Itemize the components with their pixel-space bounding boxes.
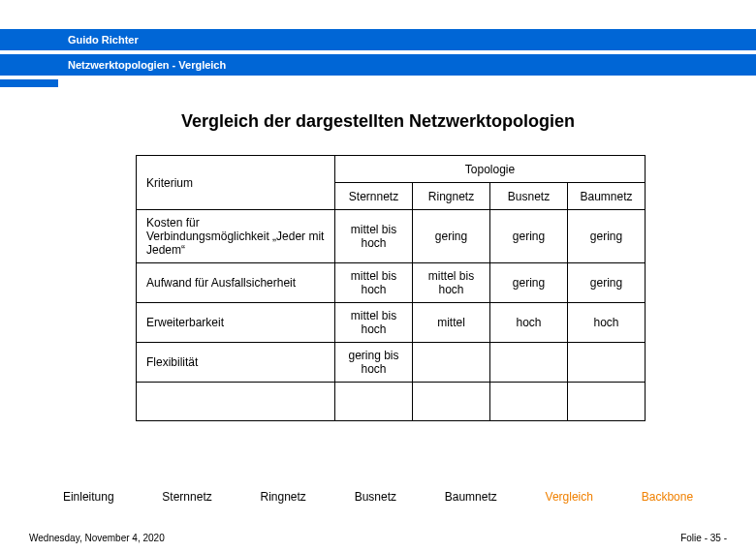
- nav-backbone[interactable]: Backbone: [642, 490, 693, 504]
- nav-einleitung[interactable]: Einleitung: [63, 490, 114, 504]
- header-band-accent: [0, 79, 58, 87]
- nav-baumnetz[interactable]: Baumnetz: [445, 490, 497, 504]
- cell: gering: [568, 263, 646, 303]
- cell: [490, 383, 568, 421]
- topology-header: Topologie: [335, 156, 646, 183]
- cell: gering: [490, 263, 568, 303]
- nav-bar: Einleitung Sternnetz Ringnetz Busnetz Ba…: [0, 490, 756, 504]
- cell: mittel bis hoch: [335, 210, 413, 263]
- table-row: Aufwand für Ausfallsicherheit mittel bis…: [137, 263, 646, 303]
- cell: [413, 343, 490, 383]
- row-label: Erweiterbarkeit: [137, 303, 335, 343]
- row-label: [137, 383, 335, 421]
- cell: [568, 343, 646, 383]
- table-row: Erweiterbarkeit mittel bis hoch mittel h…: [137, 303, 646, 343]
- nav-ringnetz[interactable]: Ringnetz: [261, 490, 306, 504]
- table-header-row: Kriterium Topologie: [137, 156, 646, 183]
- row-label: Flexibilität: [137, 343, 335, 383]
- table-row: Flexibilität gering bis hoch: [137, 343, 646, 383]
- cell: gering bis hoch: [335, 343, 413, 383]
- footer-date: Wednesday, November 4, 2020: [29, 533, 165, 543]
- criterion-header: Kriterium: [137, 156, 335, 210]
- cell: [568, 383, 646, 421]
- slide: Guido Richter Netzwerktopologien - Vergl…: [0, 0, 756, 552]
- col-sternnetz: Sternnetz: [335, 183, 413, 210]
- page-title: Vergleich der dargestellten Netzwerktopo…: [0, 111, 756, 132]
- cell: mittel bis hoch: [335, 263, 413, 303]
- cell: gering: [568, 210, 646, 263]
- nav-busnetz[interactable]: Busnetz: [355, 490, 396, 504]
- table-row: Kosten für Verbindungsmöglichkeit „Jeder…: [137, 210, 646, 263]
- breadcrumb-label: Netzwerktopologien - Vergleich: [68, 59, 226, 71]
- col-baumnetz: Baumnetz: [568, 183, 646, 210]
- cell: [490, 343, 568, 383]
- row-label: Aufwand für Ausfallsicherheit: [137, 263, 335, 303]
- nav-vergleich[interactable]: Vergleich: [546, 490, 593, 504]
- cell: mittel bis hoch: [413, 263, 490, 303]
- cell: mittel bis hoch: [335, 303, 413, 343]
- author-label: Guido Richter: [68, 34, 139, 46]
- col-ringnetz: Ringnetz: [413, 183, 490, 210]
- row-label: Kosten für Verbindungsmöglichkeit „Jeder…: [137, 210, 335, 263]
- cell: [335, 383, 413, 421]
- cell: hoch: [568, 303, 646, 343]
- cell: [413, 383, 490, 421]
- col-busnetz: Busnetz: [490, 183, 568, 210]
- comparison-table: Kriterium Topologie Sternnetz Ringnetz B…: [136, 155, 646, 421]
- cell: hoch: [490, 303, 568, 343]
- cell: gering: [413, 210, 490, 263]
- footer-page: Folie - 35 -: [680, 533, 727, 543]
- table-row: [137, 383, 646, 421]
- cell: gering: [490, 210, 568, 263]
- cell: mittel: [413, 303, 490, 343]
- nav-sternnetz[interactable]: Sternnetz: [162, 490, 211, 504]
